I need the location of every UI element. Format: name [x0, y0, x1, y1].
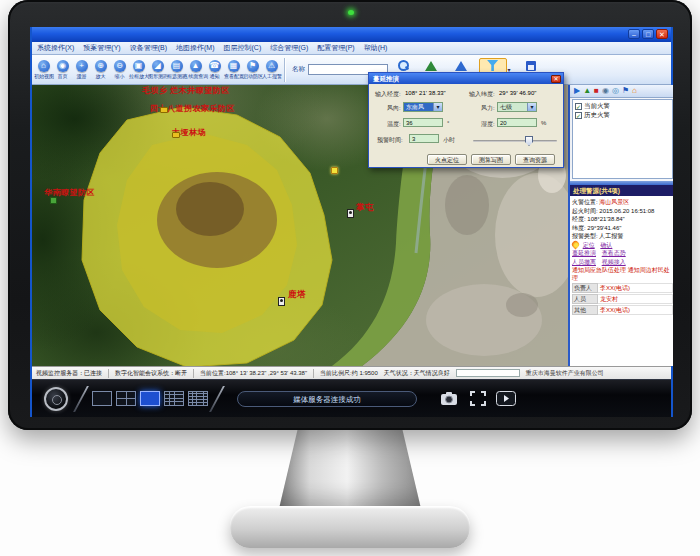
screen: – □ ✕ 系统操作(X) 预案管理(Y) 设备管理(B) 地图操作(M) 图层…	[30, 27, 673, 417]
layout-3x3-button[interactable]	[140, 391, 160, 406]
target-icon[interactable]: ◉	[602, 86, 609, 96]
layout-5x5-button[interactable]	[188, 391, 208, 406]
menu-plan[interactable]: 预案管理(Y)	[83, 43, 120, 53]
checkbox-checked-icon[interactable]: ✓	[575, 103, 582, 110]
wind-direction-select[interactable]: 东南风 ▾	[403, 102, 443, 112]
mountain-icon	[425, 61, 437, 71]
minimize-button[interactable]: –	[628, 29, 640, 39]
maximize-button[interactable]: □	[642, 29, 654, 39]
locate-icon[interactable]: ◎	[612, 86, 619, 96]
menu-manage[interactable]: 综合管理(G)	[270, 43, 308, 53]
zoom-in-button[interactable]: ⊕ 放大	[91, 60, 110, 80]
fire-location-row: 火警位置: 海山风景区	[572, 198, 673, 207]
cursor-position: 当前位置:108° 13' 38.23" ,29° 53' 43.38"	[200, 369, 307, 378]
photo-background: – □ ✕ 系统操作(X) 预案管理(Y) 设备管理(B) 地图操作(M) 图层…	[0, 0, 700, 556]
fire-home-icon[interactable]: ⌂	[632, 86, 637, 96]
spread-simulation-dialog: 蔓延推演 ✕ 输入经度: 108° 21' 38.33" 输入纬度: 29° 3…	[368, 72, 564, 168]
fire-point-marker-icon[interactable]	[331, 167, 338, 174]
temperature-input[interactable]	[403, 118, 443, 127]
notice-text: 通知局应急队伍处理 通知周边村民处理	[572, 267, 673, 282]
wind-force-select[interactable]: 七级 ▾	[497, 102, 537, 112]
window-titlebar[interactable]: – □ ✕	[32, 27, 671, 42]
measure-line-button[interactable]: ◢ 图形测距	[148, 60, 167, 80]
view-situation-link[interactable]: 查看态势	[602, 250, 626, 256]
dialog-titlebar[interactable]: 蔓延推演	[369, 73, 563, 84]
fire-locate-button[interactable]: 火点定位	[427, 154, 467, 165]
chevron-down-icon[interactable]: ▾	[527, 103, 536, 111]
duration-input[interactable]	[409, 134, 439, 143]
menu-map[interactable]: 地图操作(M)	[176, 43, 215, 53]
layout-4x4-button[interactable]	[164, 391, 184, 406]
camera-marker-icon[interactable]	[172, 132, 180, 138]
alarm-info-panel: 火警位置: 海山风景区 起火时间: 2015.06.20 16:51:08 经度…	[570, 196, 673, 366]
duration-slider-thumb[interactable]	[525, 136, 533, 146]
tree-icon[interactable]: ▲	[583, 86, 591, 96]
play-video-icon[interactable]	[496, 391, 516, 406]
menu-system[interactable]: 系统操作(X)	[37, 43, 74, 53]
watchtower-marker-icon[interactable]	[50, 197, 57, 204]
camera-lens-icon[interactable]	[44, 387, 68, 411]
layout-1x1-button[interactable]	[92, 391, 112, 406]
status-separator	[193, 369, 194, 378]
chevron-down-icon[interactable]: ▾	[433, 103, 442, 111]
pan-button[interactable]: + 漫游	[72, 60, 91, 80]
select-arrow-icon[interactable]: ▶	[574, 86, 580, 96]
divider-slash	[209, 386, 225, 412]
locate-link[interactable]: 定位	[583, 242, 595, 248]
box-zoom-icon: ▣	[133, 60, 145, 72]
spread-simulation-link[interactable]: 蔓延推演	[572, 250, 596, 256]
manual-alarm-button[interactable]: ⚠ 人工报警	[262, 60, 281, 80]
latitude-label: 输入纬度:	[469, 90, 495, 99]
front-page-icon: ◉	[57, 60, 69, 72]
menu-config[interactable]: 配置管理(P)	[317, 43, 354, 53]
layout-2x2-button[interactable]	[116, 391, 136, 406]
humidity-input[interactable]	[497, 118, 537, 127]
view-config-button[interactable]: ▦ 查看配置	[224, 60, 243, 80]
view-config-icon: ▦	[228, 60, 240, 72]
menu-device[interactable]: 设备管理(B)	[130, 43, 167, 53]
longitude-value: 108° 21' 38.33"	[405, 90, 446, 96]
temperature-label: 温度:	[387, 120, 401, 129]
temperature-unit: °	[447, 120, 449, 126]
feature-query-button[interactable]: ▲ 点线面查询	[186, 60, 205, 80]
fire-latitude-row: 纬度: 29°39'41.46"	[572, 224, 673, 233]
power-led	[348, 10, 354, 15]
close-button[interactable]: ✕	[656, 29, 668, 39]
right-panel: ▶ ▲ ■ ◉ ◎ ⚑ ⌂ ✓ 当前火警 ✓ 历史火警	[568, 85, 673, 366]
dialog-close-button[interactable]: ✕	[551, 75, 561, 83]
snapshot-camera-icon[interactable]	[440, 391, 458, 406]
menu-help[interactable]: 帮助(H)	[364, 43, 388, 53]
camera-marker-icon[interactable]	[160, 107, 168, 113]
personnel-value[interactable]: 龙安村	[598, 294, 673, 304]
query-resources-button[interactable]: 查询资源	[515, 154, 555, 165]
toolbar-separator	[284, 58, 285, 82]
draw-result-button[interactable]: 测算写图	[471, 154, 511, 165]
other-contact-row: 其他 李XX(电话)	[572, 305, 673, 315]
flag-icon[interactable]: ⚑	[622, 86, 629, 96]
alarm-stop-icon[interactable]: ■	[594, 86, 599, 96]
duration-slider-track[interactable]	[473, 140, 557, 142]
box-zoom-button[interactable]: ▣ 拉框放大	[129, 60, 148, 80]
confirm-link[interactable]: 确认	[600, 242, 612, 248]
menu-layers[interactable]: 图层控制(C)	[224, 43, 262, 53]
menu-bar: 系统操作(X) 预案管理(Y) 设备管理(B) 地图操作(M) 图层控制(C) …	[32, 42, 671, 55]
responsible-person-value[interactable]: 李XX(电话)	[598, 283, 673, 293]
home-view-button[interactable]: ⌂ 初始视图	[34, 60, 53, 80]
fullscreen-icon[interactable]	[470, 391, 486, 406]
other-contact-value[interactable]: 李XX(电话)	[598, 305, 673, 315]
front-page-button[interactable]: ◉ 首页	[53, 60, 72, 80]
village-marker-icon[interactable]	[347, 209, 354, 218]
layer-item-history-fire[interactable]: ✓ 历史火警	[575, 111, 670, 120]
zoom-out-button[interactable]: ⊖ 缩小	[110, 60, 129, 80]
home-icon: ⌂	[38, 60, 50, 72]
right-panel-toolbar: ▶ ▲ ■ ◉ ◎ ⚑ ⌂	[570, 85, 673, 98]
longitude-label: 输入经度:	[375, 90, 401, 99]
layer-item-current-fire[interactable]: ✓ 当前火警	[575, 102, 670, 111]
video-access-link[interactable]: 视频接入	[602, 259, 626, 265]
defense-zone-button[interactable]: ⚑ 启动防区	[243, 60, 262, 80]
app-window: – □ ✕ 系统操作(X) 预案管理(Y) 设备管理(B) 地图操作(M) 图层…	[30, 27, 673, 417]
village-marker-icon[interactable]	[278, 297, 285, 306]
feature-query-icon: ▲	[190, 60, 202, 72]
checkbox-checked-icon[interactable]: ✓	[575, 112, 582, 119]
evacuate-link[interactable]: 人员撤离	[572, 259, 596, 265]
